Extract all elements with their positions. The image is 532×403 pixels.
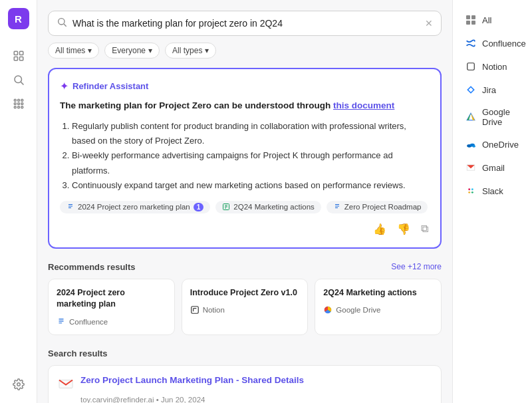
- ai-thumbs-down-button[interactable]: 👎: [396, 221, 412, 237]
- recommend-card-source-0: Confluence: [57, 317, 166, 327]
- filter-everyone[interactable]: Everyone ▾: [104, 43, 160, 59]
- svg-rect-22: [191, 307, 198, 314]
- sparkle-icon: ✦: [60, 80, 68, 92]
- ai-card-title: Refinder Assistant: [72, 81, 148, 91]
- filter-all-types[interactable]: All types ▾: [165, 43, 216, 59]
- svg-point-44: [468, 192, 470, 194]
- recommend-card-source-1: Notion: [190, 305, 300, 315]
- right-filter-gmail[interactable]: Gmail: [456, 156, 529, 179]
- ai-point-2: Bi-weekly performance advertising campai…: [72, 148, 430, 178]
- jira-icon: [465, 84, 477, 96]
- right-filter-confluence[interactable]: Confluence: [456, 32, 529, 55]
- ai-card-header: ✦ Refinder Assistant: [60, 80, 430, 92]
- slack-icon: [465, 185, 477, 197]
- svg-rect-29: [466, 21, 470, 25]
- chevron-down-icon: ▾: [148, 46, 152, 55]
- svg-rect-2: [14, 57, 17, 61]
- sidebar-home-icon[interactable]: [8, 45, 29, 67]
- gdrive-icon: [465, 111, 477, 123]
- recommends-section-header: Recommends results See +12 more: [48, 262, 442, 272]
- svg-point-41: [468, 188, 470, 190]
- filters-row: All times ▾ Everyone ▾ All types ▾: [48, 43, 442, 59]
- ai-assistant-card: ✦ Refinder Assistant The marketing plan …: [48, 68, 442, 249]
- svg-point-6: [14, 99, 16, 101]
- right-filter-onedrive[interactable]: OneDrive: [456, 133, 529, 156]
- avatar[interactable]: R: [8, 8, 29, 29]
- grid-icon: [465, 14, 477, 26]
- gmail-icon-right: [465, 162, 477, 174]
- sidebar-apps-icon[interactable]: [8, 93, 29, 114]
- svg-point-16: [59, 19, 65, 25]
- svg-point-4: [15, 76, 22, 83]
- search-input[interactable]: [72, 18, 420, 29]
- main-content: ✕ All times ▾ Everyone ▾ All types ▾ ✦ R…: [37, 0, 452, 403]
- right-filter-gdrive[interactable]: Google Drive: [456, 102, 529, 132]
- svg-rect-1: [19, 51, 23, 55]
- ai-point-3: Continuously expand target and new marke…: [72, 178, 430, 193]
- ai-copy-button[interactable]: ⧉: [420, 221, 430, 237]
- ai-point-1: Regularly publish content for product br…: [72, 119, 430, 148]
- right-filter-all[interactable]: All: [456, 9, 529, 31]
- svg-rect-31: [467, 63, 475, 70]
- confluence-icon: [465, 37, 477, 49]
- ai-card-body: The marketing plan for Project Zero can …: [60, 99, 430, 112]
- svg-line-17: [64, 24, 66, 27]
- recommends-title: Recommends results: [48, 262, 136, 272]
- chevron-down-icon: ▾: [88, 46, 92, 55]
- svg-rect-30: [471, 21, 475, 25]
- svg-point-8: [21, 99, 23, 101]
- ai-actions: 👍 👎 ⧉: [60, 221, 430, 237]
- svg-point-13: [17, 106, 19, 108]
- recommend-grid: 2024 Project zero marketing plan Conflue…: [48, 279, 442, 335]
- recommend-card-0[interactable]: 2024 Project zero marketing plan Conflue…: [48, 279, 175, 335]
- svg-point-11: [21, 103, 23, 105]
- svg-point-14: [21, 106, 23, 108]
- recommend-card-2[interactable]: 2Q24 Marketing actions Google Drive: [315, 279, 442, 335]
- recommend-card-source-2: Google Drive: [323, 305, 433, 315]
- svg-rect-0: [14, 51, 17, 55]
- ai-document-link[interactable]: this document: [333, 100, 394, 110]
- sidebar-search-icon[interactable]: [8, 69, 29, 90]
- svg-point-10: [17, 103, 19, 105]
- filter-all-times[interactable]: All times ▾: [48, 43, 99, 59]
- ai-sources: 2024 Project zero marketing plan 1 2Q24 …: [60, 201, 430, 213]
- right-filter-slack[interactable]: Slack: [456, 180, 529, 202]
- result-header-0: Zero Project Launch Marketing Plan - Sha…: [58, 375, 432, 392]
- svg-rect-28: [471, 15, 475, 19]
- result-meta-0: toy.carvin@refinder.ai • Jun 20, 2024: [58, 396, 432, 403]
- right-filter-notion[interactable]: Notion: [456, 55, 529, 78]
- see-more-link[interactable]: See +12 more: [391, 262, 442, 271]
- ai-thumbs-up-button[interactable]: 👍: [372, 221, 388, 237]
- ai-source-1[interactable]: 2024 Project zero marketing plan 1: [60, 201, 210, 213]
- svg-point-42: [471, 188, 473, 190]
- gmail-icon: [58, 376, 74, 392]
- svg-point-15: [17, 383, 20, 386]
- result-card-0: Zero Project Launch Marketing Plan - Sha…: [48, 365, 442, 403]
- svg-point-43: [471, 192, 473, 194]
- svg-point-7: [17, 99, 19, 101]
- recommend-card-1[interactable]: Introduce Project Zero v1.0 Notion: [182, 279, 309, 335]
- right-filter-jira[interactable]: Jira: [456, 78, 529, 101]
- search-results-title: Search results: [48, 348, 442, 358]
- svg-rect-3: [19, 57, 23, 61]
- search-clear-button[interactable]: ✕: [425, 18, 433, 29]
- ai-source-2[interactable]: 2Q24 Marketing actions: [215, 201, 321, 213]
- right-panel: All Confluence Notion Jira Google Drive …: [452, 0, 532, 403]
- ai-source-3[interactable]: Zero Project Roadmap: [327, 201, 428, 213]
- svg-point-12: [14, 106, 16, 108]
- result-title-0[interactable]: Zero Project Launch Marketing Plan - Sha…: [80, 375, 304, 385]
- ai-points-list: Regularly publish content for product br…: [60, 119, 430, 192]
- sidebar: R: [0, 0, 37, 403]
- svg-point-38: [472, 145, 475, 148]
- recommend-card-title-0: 2024 Project zero marketing plan: [57, 287, 166, 311]
- recommend-card-title-1: Introduce Project Zero v1.0: [190, 287, 300, 299]
- chevron-down-icon: ▾: [205, 46, 209, 55]
- search-icon: [57, 17, 67, 30]
- search-bar: ✕: [48, 11, 442, 36]
- ai-intro-text: The marketing plan for Project Zero can …: [60, 100, 333, 110]
- sidebar-settings-icon[interactable]: [8, 374, 29, 395]
- svg-line-5: [21, 82, 23, 84]
- svg-point-9: [14, 103, 16, 105]
- svg-rect-27: [466, 15, 470, 19]
- recommend-card-title-2: 2Q24 Marketing actions: [323, 287, 433, 299]
